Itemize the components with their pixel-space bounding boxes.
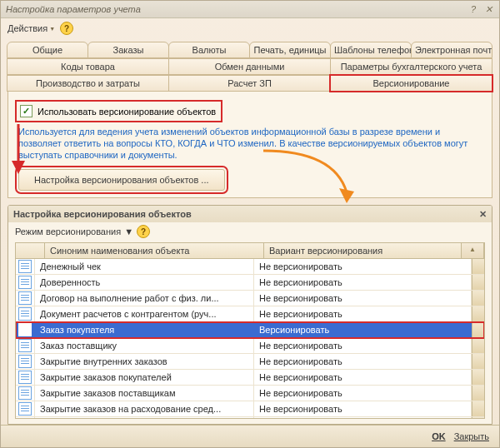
row-icon bbox=[16, 306, 35, 321]
actions-menu[interactable]: Действия ▼ bbox=[8, 23, 55, 33]
scrollbar[interactable] bbox=[472, 306, 484, 321]
tab-versioning[interactable]: Версионирование bbox=[330, 75, 492, 92]
configure-versioning-button[interactable]: Настройка версионирования объектов ... bbox=[18, 169, 225, 191]
settings-window: Настройка параметров учета ? ✕ Действия … bbox=[0, 0, 500, 448]
chevron-down-icon[interactable]: ▼ bbox=[124, 226, 133, 236]
document-icon bbox=[18, 402, 32, 416]
table-row[interactable]: Закрытие заказов покупателейНе версионир… bbox=[16, 370, 484, 386]
row-variant: Не версионировать bbox=[254, 401, 472, 416]
scrollbar[interactable] bbox=[472, 401, 484, 416]
scrollbar[interactable] bbox=[472, 259, 484, 274]
col-name[interactable]: Синоним наименования объекта bbox=[45, 243, 264, 258]
help-icon[interactable]: ? bbox=[137, 225, 150, 238]
row-icon bbox=[16, 354, 35, 369]
tab-exchange[interactable]: Обмен данными bbox=[168, 58, 331, 75]
row-name: Документ расчетов с контрагентом (руч... bbox=[35, 306, 254, 321]
row-icon bbox=[16, 401, 35, 416]
panel-toolbar: Режим версионирования ▼ ? bbox=[8, 222, 492, 241]
row-icon bbox=[16, 338, 35, 353]
tab-currencies[interactable]: Валюты bbox=[168, 42, 250, 58]
help-titlebar-icon[interactable]: ? bbox=[468, 3, 479, 15]
table-row[interactable]: Закрытие месяцаНе версионировать bbox=[16, 417, 484, 418]
tab-phones[interactable]: Шаблоны телефонов bbox=[330, 42, 412, 58]
footer: OK Закрыть bbox=[1, 425, 499, 447]
row-icon bbox=[16, 275, 35, 290]
row-name: Закрытие месяца bbox=[35, 417, 254, 418]
table-row[interactable]: Договор на выполнение работ с физ. ли...… bbox=[16, 291, 484, 306]
table-row[interactable]: Закрытие заказов поставщикамНе версионир… bbox=[16, 386, 484, 401]
document-icon bbox=[18, 260, 32, 273]
panel-close-icon[interactable]: ✕ bbox=[479, 209, 487, 220]
scrollbar[interactable] bbox=[472, 322, 484, 337]
row-name: Заказ покупателя bbox=[35, 322, 254, 337]
scrollbar[interactable] bbox=[472, 386, 484, 401]
row-variant: Не версионировать bbox=[254, 338, 472, 353]
close-button[interactable]: Закрыть bbox=[454, 431, 489, 441]
description-text: Используется для ведения учета изменений… bbox=[18, 126, 468, 161]
scrollbar[interactable] bbox=[472, 417, 484, 418]
versioning-config-panel: Настройка версионирования объектов ✕ Реж… bbox=[8, 205, 492, 425]
row-icon bbox=[16, 417, 35, 418]
row-variant: Не версионировать bbox=[254, 417, 472, 418]
window-title: Настройка параметров учета bbox=[6, 4, 141, 14]
panel-titlebar: Настройка версионирования объектов ✕ bbox=[8, 206, 492, 222]
tab-email[interactable]: Электронная почта bbox=[411, 42, 492, 58]
table-row[interactable]: Закрытие внутренних заказовНе версиониро… bbox=[16, 354, 484, 370]
tab-orders[interactable]: Заказы bbox=[88, 42, 169, 58]
row-variant: Версионировать bbox=[254, 322, 472, 337]
table-row[interactable]: Заказ поставщикуНе версионировать bbox=[16, 338, 484, 354]
help-icon[interactable]: ? bbox=[60, 22, 73, 35]
row-name: Закрытие заказов на расходование сред... bbox=[35, 401, 254, 416]
objects-grid: Синоним наименования объекта Вариант вер… bbox=[15, 242, 485, 419]
scrollbar[interactable] bbox=[472, 370, 484, 385]
tab-accounting[interactable]: Параметры бухгалтерского учета bbox=[330, 58, 492, 75]
row-variant: Не версионировать bbox=[254, 259, 472, 274]
row-icon bbox=[16, 259, 35, 274]
row-name: Доверенность bbox=[35, 275, 254, 290]
row-name: Заказ поставщику bbox=[35, 338, 254, 353]
row-variant: Не версионировать bbox=[254, 291, 472, 306]
row-name: Договор на выполнение работ с физ. ли... bbox=[35, 291, 254, 306]
document-icon bbox=[18, 276, 32, 289]
col-variant[interactable]: Вариант версионирования bbox=[264, 243, 462, 258]
row-icon bbox=[16, 370, 35, 385]
col-icon[interactable] bbox=[16, 243, 45, 258]
scrollbar[interactable] bbox=[472, 291, 484, 306]
tab-general[interactable]: Общие bbox=[7, 42, 88, 58]
checkbox-label: Использовать версионирование объектов bbox=[38, 107, 216, 117]
row-variant: Не версионировать bbox=[254, 386, 472, 401]
tab-salary[interactable]: Расчет ЗП bbox=[168, 75, 331, 92]
checkbox-icon: ✓ bbox=[20, 105, 32, 117]
scrollbar[interactable] bbox=[472, 354, 484, 369]
row-name: Закрытие внутренних заказов bbox=[35, 354, 254, 369]
row-name: Денежный чек bbox=[35, 259, 254, 274]
row-name: Закрытие заказов поставщикам bbox=[35, 386, 254, 401]
document-icon bbox=[18, 291, 32, 305]
panel-title: Настройка версионирования объектов bbox=[13, 209, 192, 219]
scrollbar[interactable] bbox=[472, 338, 484, 353]
row-variant: Не версионировать bbox=[254, 354, 472, 369]
scroll-up-icon[interactable]: ▲ bbox=[462, 243, 484, 258]
row-variant: Не версионировать bbox=[254, 275, 472, 290]
table-row[interactable]: ДоверенностьНе версионировать bbox=[16, 275, 484, 291]
table-row[interactable]: Денежный чекНе версионировать bbox=[16, 259, 484, 275]
document-icon bbox=[18, 307, 32, 321]
tab-print[interactable]: Печать, единицы bbox=[249, 42, 331, 58]
tab-content: ✓ Использовать версионирование объектов … bbox=[8, 92, 492, 198]
document-icon bbox=[18, 386, 32, 400]
row-icon bbox=[16, 322, 35, 337]
close-window-icon[interactable]: ✕ bbox=[482, 3, 494, 15]
table-row[interactable]: Документ расчетов с контрагентом (руч...… bbox=[16, 306, 484, 322]
titlebar: Настройка параметров учета ? ✕ bbox=[1, 1, 499, 18]
table-row[interactable]: Заказ покупателяВерсионировать bbox=[16, 322, 484, 338]
tab-production[interactable]: Производство и затраты bbox=[7, 75, 169, 92]
scrollbar[interactable] bbox=[472, 275, 484, 290]
document-icon bbox=[18, 339, 32, 352]
use-versioning-checkbox[interactable]: ✓ Использовать версионирование объектов bbox=[18, 103, 219, 119]
toolbar: Действия ▼ ? bbox=[1, 18, 499, 38]
ok-button[interactable]: OK bbox=[432, 431, 446, 441]
tab-codes[interactable]: Коды товара bbox=[7, 58, 169, 75]
table-row[interactable]: Закрытие заказов на расходование сред...… bbox=[16, 401, 484, 417]
document-icon bbox=[18, 371, 32, 384]
document-icon bbox=[18, 355, 32, 368]
